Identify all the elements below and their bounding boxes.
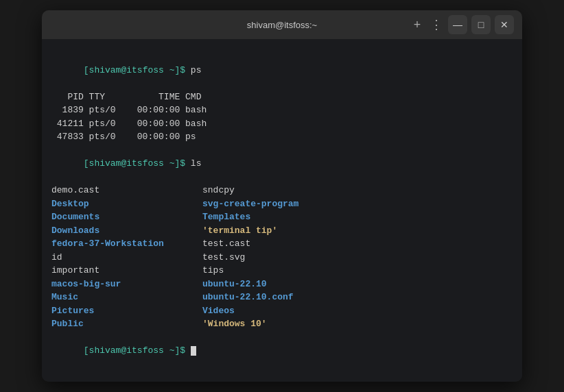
ls-item: Pictures [51,304,202,318]
ls-item: Downloads [51,224,202,238]
titlebar: shivam@itsfoss:~ + ⋮ — □ ✕ [42,10,522,39]
ls-item: fedora-37-Workstation [51,237,202,251]
ls-item: tips [202,264,513,278]
ls-item: test.svg [202,251,513,265]
ps-row-3: 47833 pts/0 00:00:00 ps [51,130,513,144]
ls-item: ubuntu-22.10.conf [202,291,513,304]
cmd-ls: ls [191,158,202,169]
ls-item: Templates [202,210,513,224]
titlebar-title: shivam@itsfoss:~ [247,20,317,30]
ls-item: svg-create-program [202,197,513,211]
prompt-2: [shivam@itsfoss ~]$ [84,158,191,169]
ls-item: Public [51,317,202,331]
maximize-button[interactable]: □ [471,15,491,34]
terminal-window: shivam@itsfoss:~ + ⋮ — □ ✕ [shivam@itsfo… [42,10,522,382]
menu-button[interactable]: ⋮ [429,17,444,32]
ls-output: demo.castsndcpyDesktopsvg-create-program… [51,184,513,331]
cursor [191,346,196,356]
ls-item: important [51,264,202,278]
ls-item: demo.cast [51,184,202,197]
ls-item: ubuntu-22.10 [202,278,513,291]
ps-command-line: [shivam@itsfoss ~]$ ps [51,50,513,90]
ps-row-2: 41211 pts/0 00:00:00 bash [51,117,513,131]
close-button[interactable]: ✕ [495,15,514,34]
ls-item: sndcpy [202,184,513,197]
ls-item: Videos [202,304,513,318]
prompt-1: [shivam@itsfoss ~]$ [84,65,191,75]
ls-item: test.cast [202,237,513,251]
prompt-3: [shivam@itsfoss ~]$ [84,345,191,356]
final-prompt-line: [shivam@itsfoss ~]$ [51,331,513,371]
add-tab-button[interactable]: + [410,17,425,32]
ls-item: Documents [51,210,202,224]
ls-item: Music [51,291,202,304]
ps-row-1: 1839 pts/0 00:00:00 bash [51,103,513,117]
minimize-button[interactable]: — [448,15,467,34]
ls-item: 'terminal tip' [202,224,513,238]
cmd-ps: ps [191,65,202,75]
ls-command-line: [shivam@itsfoss ~]$ ls [51,144,513,184]
titlebar-controls: + ⋮ — □ ✕ [410,15,514,34]
terminal-body[interactable]: [shivam@itsfoss ~]$ ps PID TTY TIME CMD … [42,39,522,382]
ls-item: 'Windows 10' [202,317,513,331]
ps-header: PID TTY TIME CMD [51,90,513,104]
ls-item: macos-big-sur [51,278,202,291]
ls-item: id [51,251,202,265]
ls-item: Desktop [51,197,202,211]
